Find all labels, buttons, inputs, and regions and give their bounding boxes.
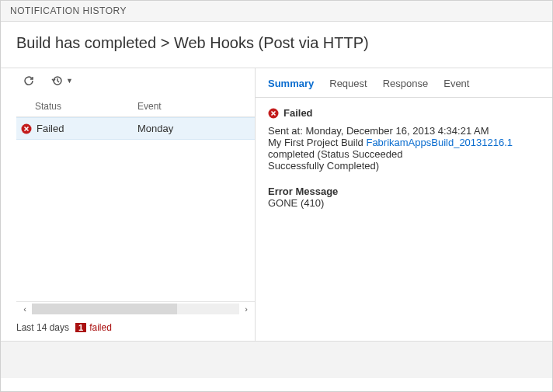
scroll-right-icon[interactable]: › — [241, 304, 252, 314]
history-list-pane: ▼ Status Event Failed Monday ‹ › — [1, 68, 256, 341]
row-status: Failed — [37, 123, 64, 134]
error-message-heading: Error Message — [268, 186, 540, 197]
detail-status: Failed — [283, 107, 313, 119]
error-message-body: GONE (410) — [268, 197, 540, 209]
tab-summary[interactable]: Summary — [268, 75, 314, 97]
breadcrumb-event: Build has completed — [16, 34, 156, 51]
table-row[interactable]: Failed Monday — [16, 117, 255, 140]
build-desc-pre: My First Project Build — [268, 137, 363, 148]
tab-response[interactable]: Response — [383, 75, 429, 97]
error-icon — [268, 108, 279, 119]
range-label: Last 14 days — [16, 322, 69, 333]
build-desc-post-b: Successfully Completed) — [268, 160, 540, 172]
breadcrumb-consumer: Web Hooks (Post via HTTP) — [174, 34, 369, 51]
breadcrumb-sep: > — [161, 34, 170, 51]
scroll-track[interactable] — [32, 304, 239, 314]
chevron-down-icon: ▼ — [66, 77, 73, 85]
breadcrumb: Build has completed > Web Hooks (Post vi… — [1, 22, 552, 68]
history-toolbar: ▼ — [16, 68, 255, 96]
refresh-icon[interactable] — [21, 73, 37, 88]
scroll-left-icon[interactable]: ‹ — [19, 304, 30, 314]
row-event: Monday — [133, 121, 255, 136]
col-status[interactable]: Status — [16, 96, 133, 116]
sent-at-value: Monday, December 16, 2013 4:34:21 AM — [305, 125, 489, 137]
window-header: NOTIFICATION HISTORY — [1, 1, 552, 22]
failed-count-label: failed — [89, 322, 112, 333]
detail-body: Failed Sent at: Monday, December 16, 201… — [256, 98, 552, 218]
detail-pane: Summary Request Response Event Failed Se… — [256, 68, 552, 341]
error-icon — [21, 123, 32, 134]
build-desc-post-a: completed (Status Succeeded — [268, 148, 402, 160]
horizontal-scrollbar[interactable]: ‹ › — [16, 301, 255, 316]
history-icon — [49, 73, 64, 88]
failed-count-badge: 1 — [75, 323, 86, 332]
col-event[interactable]: Event — [133, 96, 255, 116]
scroll-thumb[interactable] — [32, 304, 177, 314]
history-table: Status Event Failed Monday — [16, 96, 255, 301]
dialog-footer — [1, 341, 552, 378]
tab-event[interactable]: Event — [443, 75, 469, 97]
tab-request[interactable]: Request — [329, 75, 367, 97]
history-footer: Last 14 days 1 failed — [16, 316, 255, 341]
sent-at-label: Sent at: — [268, 125, 303, 137]
history-range-dropdown[interactable]: ▼ — [49, 73, 73, 88]
build-link[interactable]: FabrikamAppsBuild_20131216.1 — [366, 137, 513, 148]
window-title: NOTIFICATION HISTORY — [10, 5, 127, 16]
detail-tabs: Summary Request Response Event — [256, 68, 552, 98]
table-header: Status Event — [16, 96, 255, 117]
